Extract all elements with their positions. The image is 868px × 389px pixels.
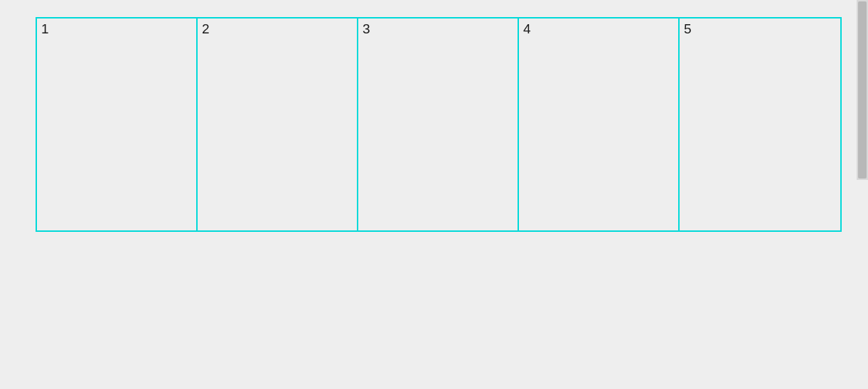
grid-cell: 1 bbox=[37, 18, 198, 230]
cell-label: 3 bbox=[363, 21, 370, 36]
grid-cell: 3 bbox=[358, 18, 519, 230]
cell-label: 5 bbox=[684, 21, 692, 36]
cell-label: 2 bbox=[202, 21, 210, 36]
cell-label: 4 bbox=[523, 21, 531, 36]
scrollbar-track[interactable] bbox=[857, 0, 868, 180]
scrollbar-thumb[interactable] bbox=[858, 1, 867, 178]
grid-cell: 5 bbox=[680, 18, 840, 230]
cell-label: 1 bbox=[41, 21, 49, 36]
grid-cell: 2 bbox=[198, 18, 358, 230]
grid-cell: 4 bbox=[519, 18, 680, 230]
grid-container: 1 2 3 4 5 bbox=[36, 17, 842, 232]
